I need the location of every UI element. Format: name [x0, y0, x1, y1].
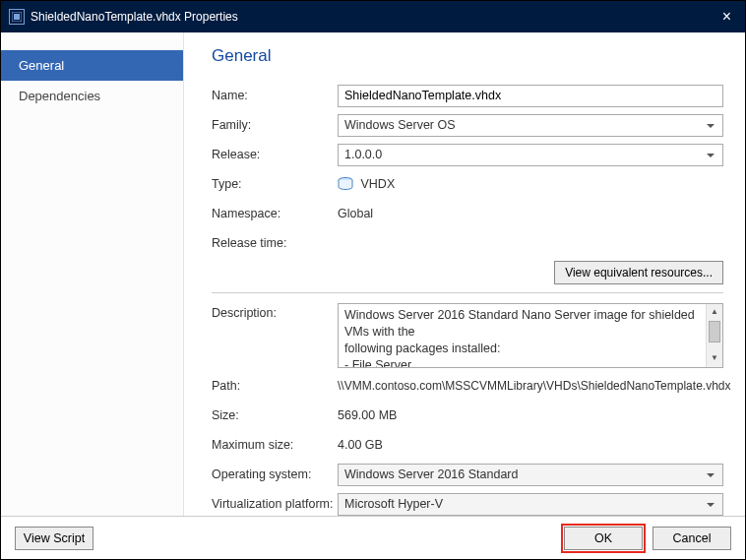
label-os: Operating system:: [212, 467, 338, 481]
size-value: 569.00 MB: [338, 408, 723, 422]
os-select[interactable]: Windows Server 2016 Standard: [338, 464, 723, 486]
divider: [212, 292, 723, 293]
label-type: Type:: [212, 177, 338, 191]
app-icon: [9, 9, 25, 25]
cancel-button[interactable]: Cancel: [653, 527, 731, 550]
sidebar-item-dependencies[interactable]: Dependencies: [1, 81, 183, 111]
page-heading: General: [212, 46, 723, 66]
virt-select[interactable]: Microsoft Hyper-V: [338, 493, 723, 516]
max-size-value: 4.00 GB: [338, 438, 723, 452]
sidebar-item-general[interactable]: General: [1, 50, 183, 81]
description-scrollbar[interactable]: ▲ ▼: [706, 304, 722, 367]
release-select[interactable]: 1.0.0.0: [338, 144, 723, 166]
footer: View Script OK Cancel: [1, 516, 745, 559]
view-script-button[interactable]: View Script: [15, 527, 93, 550]
svg-rect-1: [14, 14, 20, 20]
label-namespace: Namespace:: [212, 207, 338, 220]
label-path: Path:: [212, 379, 338, 393]
scroll-down-icon[interactable]: ▼: [707, 350, 722, 367]
close-icon[interactable]: ×: [716, 8, 737, 26]
namespace-value: Global: [338, 207, 723, 220]
sidebar: General Dependencies: [1, 32, 184, 516]
view-equivalent-button[interactable]: View equivalent resources...: [554, 261, 723, 284]
window-title: ShieldedNanoTemplate.vhdx Properties: [31, 10, 238, 24]
scroll-up-icon[interactable]: ▲: [707, 304, 722, 321]
label-size: Size:: [212, 408, 338, 422]
label-description: Description:: [212, 303, 338, 320]
label-virt: Virtualization platform:: [212, 497, 338, 511]
titlebar: ShieldedNanoTemplate.vhdx Properties ×: [1, 1, 745, 32]
family-select[interactable]: Windows Server OS: [338, 114, 723, 137]
path-value: \\VMM.contoso.com\MSSCVMMLibrary\VHDs\Sh…: [338, 379, 730, 393]
vhdx-icon: [338, 177, 353, 191]
label-release-time: Release time:: [212, 236, 338, 250]
label-max-size: Maximum size:: [212, 438, 338, 452]
main-panel: General Name: Family: Windows Server OS …: [184, 32, 745, 516]
description-textarea[interactable]: Windows Server 2016 Standard Nano Server…: [338, 303, 723, 368]
name-input[interactable]: [338, 85, 723, 107]
sidebar-item-label: General: [19, 58, 64, 73]
label-family: Family:: [212, 118, 338, 132]
ok-button[interactable]: OK: [564, 527, 643, 550]
label-name: Name:: [212, 89, 338, 102]
type-value: VHDX: [338, 177, 723, 192]
label-release: Release:: [212, 148, 338, 161]
sidebar-item-label: Dependencies: [19, 89, 100, 103]
